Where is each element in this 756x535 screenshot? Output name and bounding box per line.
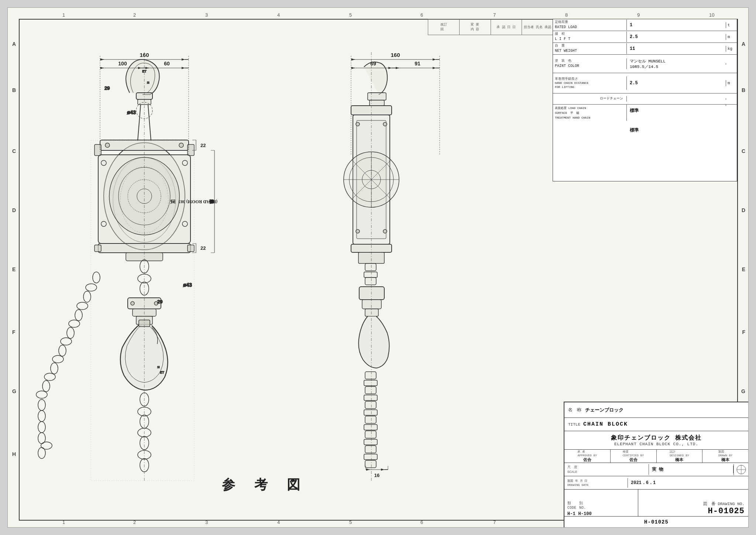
svg-point-49 bbox=[36, 391, 47, 398]
tb-date-value: 2021．6．1 bbox=[628, 479, 748, 487]
grid-col-9: 9 bbox=[637, 12, 640, 18]
svg-rect-99 bbox=[365, 386, 376, 394]
svg-point-50 bbox=[38, 399, 45, 410]
grid-row-G: G bbox=[12, 388, 16, 394]
grid-col-5: 5 bbox=[349, 12, 352, 18]
svg-point-85 bbox=[356, 122, 360, 126]
grid-col-1: 1 bbox=[62, 12, 65, 18]
tb-scale-row: 尺 度SCALE 実 物 bbox=[564, 463, 748, 476]
svg-line-7 bbox=[138, 105, 141, 141]
title-block: 名 称 チェーンブロック TITLE CHAIN BLOCK 象印チェンブロック… bbox=[564, 402, 748, 527]
grid-row-E-r: E bbox=[742, 266, 745, 272]
tb-scale-label: 尺 度SCALE bbox=[564, 464, 649, 475]
tb-company-en: ELEPHANT CHAIN BLOCK CO., LTD. bbox=[614, 442, 698, 446]
svg-rect-94 bbox=[359, 287, 384, 300]
grid-row-D-r: D bbox=[742, 207, 745, 213]
svg-point-54 bbox=[41, 442, 52, 449]
svg-text:69: 69 bbox=[370, 61, 376, 67]
svg-rect-103 bbox=[365, 416, 376, 423]
grid-row-C-r: C bbox=[742, 148, 745, 154]
tb-name-jp-value: チェーンブロック bbox=[585, 407, 623, 413]
svg-point-11 bbox=[179, 143, 183, 147]
svg-rect-97 bbox=[365, 372, 376, 379]
svg-text:ET: ET bbox=[160, 371, 164, 374]
grid-row-F-r: F bbox=[742, 329, 745, 335]
svg-point-44 bbox=[59, 345, 66, 356]
svg-text:91: 91 bbox=[415, 61, 420, 67]
drawing-page: 1 2 3 4 5 6 7 8 9 10 1 2 3 4 5 6 7 8 A B… bbox=[7, 7, 749, 528]
svg-rect-105 bbox=[365, 431, 376, 438]
tb-scale-value: 実 物 bbox=[649, 466, 733, 473]
svg-point-48 bbox=[42, 381, 50, 392]
svg-text:22: 22 bbox=[200, 143, 206, 148]
tb-title-value: CHAIN BLOCK bbox=[583, 421, 628, 427]
svg-rect-104 bbox=[364, 425, 377, 430]
svg-point-45 bbox=[52, 355, 63, 363]
svg-rect-23 bbox=[98, 243, 190, 253]
tb-approval-cell-1: 承 者APPROVED BY 佐合 bbox=[564, 450, 611, 463]
grid-col-4: 4 bbox=[277, 12, 280, 18]
svg-point-47 bbox=[44, 373, 55, 381]
svg-rect-74 bbox=[370, 100, 384, 106]
grid-row-F: F bbox=[12, 329, 16, 335]
grid-row-B: B bbox=[12, 87, 16, 93]
svg-point-52 bbox=[38, 422, 45, 433]
svg-rect-91 bbox=[365, 263, 376, 271]
svg-text:1t: 1t bbox=[147, 81, 150, 84]
svg-point-41 bbox=[69, 320, 80, 327]
grid-col-8: 8 bbox=[565, 12, 568, 18]
grid-col-6: 6 bbox=[420, 12, 423, 18]
svg-rect-106 bbox=[364, 439, 377, 445]
tb-drwno-bottom: H-01025 bbox=[564, 516, 748, 527]
svg-text:16: 16 bbox=[374, 473, 379, 478]
svg-point-33 bbox=[131, 301, 134, 305]
svg-rect-73 bbox=[368, 93, 386, 100]
tb-approval-row: 承 者APPROVED BY 佐合 検査CERTIFIED BY 佐合 設計DE… bbox=[564, 450, 748, 463]
svg-rect-109 bbox=[365, 460, 376, 468]
svg-point-86 bbox=[383, 122, 387, 126]
svg-rect-25 bbox=[188, 245, 194, 252]
grid-row-D: D bbox=[12, 207, 16, 213]
svg-rect-107 bbox=[365, 446, 376, 453]
svg-rect-98 bbox=[364, 380, 377, 386]
tb-name-row: 名 称 チェーンブロック bbox=[564, 402, 748, 418]
svg-point-87 bbox=[356, 229, 360, 233]
tb-date-row: 製図 年 月 日DRAWING DATE 2021．6．1 bbox=[564, 476, 748, 490]
svg-point-40 bbox=[75, 310, 82, 321]
grid-row-A: A bbox=[12, 41, 16, 47]
svg-rect-24 bbox=[94, 245, 101, 252]
tb-name-jp-label: 名 称 bbox=[568, 407, 581, 413]
svg-text:ø43: ø43 bbox=[127, 109, 136, 115]
svg-text:29: 29 bbox=[104, 85, 110, 91]
tb-company-row: 象印チェンブロック 株式会社 ELEPHANT CHAIN BLOCK CO.,… bbox=[564, 431, 748, 450]
svg-text:100: 100 bbox=[118, 61, 127, 67]
grid-row-H: H bbox=[12, 451, 16, 457]
svg-text:ø43: ø43 bbox=[183, 282, 192, 288]
grid-col-3: 3 bbox=[205, 12, 208, 18]
svg-rect-100 bbox=[364, 395, 377, 401]
svg-rect-102 bbox=[364, 410, 377, 415]
svg-rect-108 bbox=[364, 454, 377, 460]
tb-approval-cell-2: 検査CERTIFIED BY 佐合 bbox=[611, 450, 657, 463]
svg-point-42 bbox=[67, 327, 74, 338]
svg-point-10 bbox=[105, 143, 110, 147]
tb-title-label: TITLE bbox=[568, 422, 580, 427]
svg-text:29: 29 bbox=[157, 299, 162, 304]
svg-point-55 bbox=[38, 447, 45, 459]
svg-text:22: 22 bbox=[200, 245, 206, 251]
grid-row-B-r: B bbox=[742, 87, 745, 93]
svg-rect-101 bbox=[365, 401, 376, 409]
svg-point-46 bbox=[51, 363, 58, 374]
tb-title-row: TITLE CHAIN BLOCK bbox=[564, 418, 748, 431]
drawing-number: H-01025 bbox=[708, 507, 745, 516]
svg-text:160: 160 bbox=[391, 52, 400, 58]
grid-col-2: 2 bbox=[133, 12, 136, 18]
svg-rect-93 bbox=[365, 277, 376, 285]
svg-point-51 bbox=[38, 410, 45, 422]
svg-line-8 bbox=[148, 105, 151, 141]
grid-row-C: C bbox=[12, 148, 16, 154]
svg-point-38 bbox=[83, 291, 91, 302]
grid-row-E: E bbox=[12, 266, 16, 272]
grid-row-A-r: A bbox=[742, 41, 745, 47]
svg-rect-96 bbox=[365, 309, 378, 316]
